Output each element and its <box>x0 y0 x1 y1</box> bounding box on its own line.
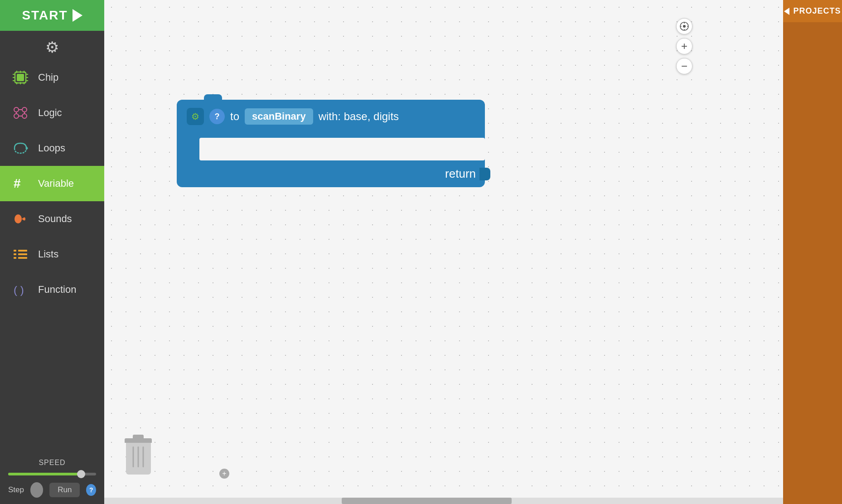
start-button[interactable]: START <box>0 0 104 31</box>
sidebar-item-loops[interactable]: Loops <box>0 131 104 166</box>
trash-lid <box>125 438 152 443</box>
trash-line <box>143 446 144 467</box>
scrollbar-thumb[interactable] <box>342 498 512 504</box>
sidebar-item-logic-label: Logic <box>38 107 62 119</box>
sidebar-item-sounds[interactable]: Sounds <box>0 201 104 237</box>
sidebar-item-logic[interactable]: Logic <box>0 95 104 131</box>
step-run-row: Step Run ? <box>8 482 96 504</box>
block-return-label: return <box>445 167 476 181</box>
trash-line <box>133 446 134 467</box>
start-triangle-icon <box>73 9 82 22</box>
sidebar-item-lists[interactable]: Lists <box>0 237 104 272</box>
start-label: START <box>22 8 68 23</box>
block-notch-top <box>204 94 222 101</box>
help-button[interactable]: ? <box>86 484 96 496</box>
svg-rect-30 <box>18 257 27 259</box>
step-label: Step <box>8 485 24 494</box>
run-button[interactable]: Run <box>49 483 80 497</box>
block-help-button[interactable]: ? <box>209 109 225 124</box>
variable-icon: # <box>11 174 30 193</box>
svg-point-37 <box>683 25 686 28</box>
trash-icon <box>125 438 152 475</box>
block-header: ⚙ ? to scanBinary with: base, digits <box>177 100 485 133</box>
block-body <box>177 133 485 160</box>
speed-section: SPEED Step Run ? <box>0 452 104 504</box>
speed-slider[interactable] <box>8 470 96 478</box>
sidebar-item-sounds-label: Sounds <box>38 213 72 225</box>
sidebar: START ⚙ Chip <box>0 0 104 504</box>
svg-text:#: # <box>14 176 21 190</box>
svg-rect-25 <box>14 250 16 252</box>
trash-lines <box>133 446 144 467</box>
sounds-icon <box>11 209 30 228</box>
speed-thumb[interactable] <box>77 470 85 478</box>
block-footer: return <box>177 160 485 187</box>
lists-icon <box>11 245 30 264</box>
sidebar-item-chip-label: Chip <box>38 72 58 83</box>
zoom-out-button[interactable]: − <box>676 58 692 74</box>
electronics-tab[interactable]: ELECTRONICS <box>840 331 842 413</box>
sidebar-item-function-label: Function <box>38 284 76 296</box>
trash-body <box>126 443 151 475</box>
speed-fill <box>8 473 83 475</box>
projects-panel: PROJECTS ELECTRONICS <box>783 0 842 504</box>
canvas-scrollbar[interactable] <box>104 498 783 504</box>
svg-marker-22 <box>26 146 28 150</box>
block-header-row: ⚙ ? to scanBinary with: base, digits <box>177 100 485 133</box>
trash-line <box>138 446 139 467</box>
block-with-label: with: base, digits <box>319 110 399 123</box>
main-canvas: ⚙ ? to scanBinary with: base, digits ret… <box>104 0 783 504</box>
step-toggle[interactable] <box>30 482 43 498</box>
sidebar-item-chip[interactable]: Chip <box>0 60 104 95</box>
svg-rect-27 <box>14 253 16 255</box>
projects-tab[interactable]: PROJECTS <box>783 0 842 22</box>
zoom-in-button[interactable]: + <box>676 38 692 54</box>
block-gear-button[interactable]: ⚙ <box>187 108 204 125</box>
chip-icon <box>11 68 30 87</box>
sidebar-item-variable-label: Variable <box>38 178 74 189</box>
svg-rect-28 <box>18 253 27 255</box>
sidebar-item-function[interactable]: ( ) Function <box>0 272 104 307</box>
gear-icon[interactable]: ⚙ <box>45 38 59 56</box>
svg-point-14 <box>14 107 19 112</box>
add-button[interactable]: + <box>219 469 229 479</box>
speed-label: SPEED <box>8 459 96 467</box>
projects-label: PROJECTS <box>793 6 841 16</box>
block-container: ⚙ ? to scanBinary with: base, digits ret… <box>177 100 485 187</box>
settings-row: ⚙ <box>0 31 104 60</box>
logic-icon <box>11 103 30 122</box>
sidebar-item-variable[interactable]: # Variable <box>0 166 104 201</box>
zoom-locate-button[interactable] <box>676 18 692 34</box>
svg-text:( ): ( ) <box>14 284 24 296</box>
svg-rect-29 <box>14 257 16 259</box>
dot-grid <box>104 0 783 504</box>
svg-point-17 <box>22 114 27 118</box>
block-notch-right <box>479 168 490 180</box>
projects-arrow-icon <box>784 8 789 15</box>
zoom-controls: + − <box>676 18 692 74</box>
svg-point-24 <box>15 214 22 223</box>
sidebar-item-loops-label: Loops <box>38 142 65 154</box>
svg-point-16 <box>14 114 19 118</box>
block-to-label: to <box>230 110 239 123</box>
svg-point-15 <box>22 107 27 112</box>
svg-rect-26 <box>18 250 27 252</box>
svg-rect-1 <box>17 74 24 81</box>
loops-icon <box>11 139 30 158</box>
sidebar-item-lists-label: Lists <box>38 248 58 260</box>
function-icon: ( ) <box>11 280 30 299</box>
block-inner-area[interactable] <box>199 138 485 160</box>
block-function-name[interactable]: scanBinary <box>245 108 313 125</box>
trash-container[interactable] <box>122 436 154 477</box>
